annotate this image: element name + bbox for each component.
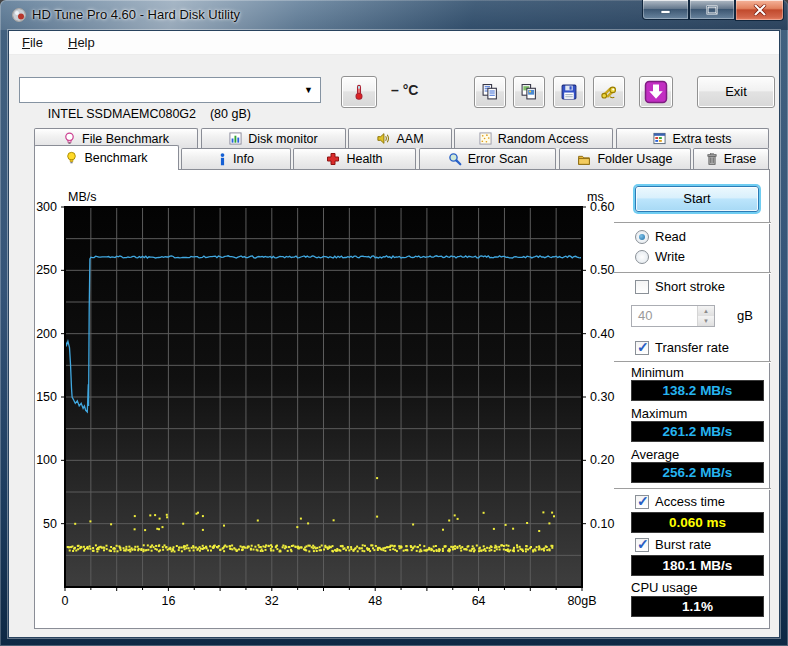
tab-health[interactable]: Health: [293, 148, 416, 169]
left-axis-tick: 100: [29, 453, 57, 468]
read-radio[interactable]: Read: [635, 229, 686, 244]
minimum-value: 138.2 MB/s: [631, 380, 764, 401]
short-stroke-label: Short stroke: [655, 279, 725, 294]
minimize-button[interactable]: [642, 0, 689, 20]
average-value: 256.2 MB/s: [631, 462, 764, 483]
tab-label: Folder Usage: [597, 152, 672, 166]
x-axis-tick: 32: [252, 594, 292, 609]
info-icon: [218, 153, 227, 166]
write-label: Write: [655, 249, 685, 264]
right-axis-tick: 0.20: [590, 453, 614, 468]
options-button[interactable]: [593, 76, 625, 108]
radio-circle-icon: [635, 230, 649, 244]
app-icon: [11, 7, 27, 23]
left-axis-tick: 300: [29, 200, 57, 215]
checkbox-icon: ✓: [635, 495, 649, 509]
spinner-up-icon[interactable]: ▲: [698, 306, 714, 316]
tab-aam[interactable]: AAM: [348, 128, 452, 148]
left-axis-tick: 250: [29, 263, 57, 278]
transfer-rate-label: Transfer rate: [655, 340, 729, 355]
checkbox-icon: ✓: [635, 538, 649, 552]
tab-random-access[interactable]: Random Access: [454, 128, 613, 148]
tab-disk-monitor[interactable]: Disk monitor: [201, 128, 346, 148]
separator: [614, 272, 771, 274]
tab-error-scan[interactable]: Error Scan: [419, 148, 556, 169]
burst-rate-value: 180.1 MB/s: [631, 555, 764, 576]
x-axis-tick: 16: [148, 594, 188, 609]
checkbox-icon: ✓: [635, 341, 649, 355]
erase-icon: [706, 152, 718, 166]
thermometer-icon: [351, 83, 367, 101]
spinner-arrows[interactable]: ▲▼: [697, 306, 714, 326]
folder-usage-icon: [577, 153, 591, 166]
options-icon: [601, 84, 618, 101]
close-button[interactable]: [735, 0, 784, 21]
save-button[interactable]: [553, 76, 585, 108]
copy-text-button[interactable]: [474, 76, 506, 108]
right-axis-tick: 0.60: [590, 200, 614, 215]
tab-label: File Benchmark: [82, 132, 169, 146]
tab-erase[interactable]: Erase: [693, 148, 769, 169]
menu-file[interactable]: File: [15, 31, 50, 55]
start-button[interactable]: Start: [635, 186, 759, 212]
temperature-value: – °C: [391, 82, 418, 98]
right-axis-tick: 0.30: [590, 390, 614, 405]
left-axis-tick: 150: [29, 390, 57, 405]
cpu-usage-label: CPU usage: [631, 580, 697, 595]
menu-bar: File Help: [9, 31, 779, 55]
burst-rate-checkbox[interactable]: ✓ Burst rate: [635, 537, 711, 552]
window-title: HD Tune Pro 4.60 - Hard Disk Utility: [32, 7, 240, 22]
tab-extra-tests[interactable]: Extra tests: [616, 128, 769, 148]
capture-button[interactable]: [639, 76, 673, 108]
tab-folder-usage[interactable]: Folder Usage: [559, 148, 691, 169]
copy-image-icon: [521, 84, 538, 101]
gb-unit-label: gB: [737, 308, 753, 323]
maximize-button[interactable]: [689, 0, 735, 20]
health-icon: [326, 152, 340, 166]
copy-text-icon: [482, 84, 499, 101]
drive-select[interactable]: INTEL SSDMAEMC080G2 (80 gB) ▼: [19, 77, 321, 103]
right-axis-tick: 0.10: [590, 517, 614, 532]
tab-label: Erase: [724, 152, 757, 166]
read-label: Read: [655, 229, 686, 244]
temperature-button[interactable]: [341, 76, 377, 108]
average-label: Average: [631, 447, 679, 462]
x-axis-tick: 0: [45, 594, 85, 609]
tab-label: Disk monitor: [248, 132, 317, 146]
tab-benchmark[interactable]: Benchmark: [34, 145, 179, 170]
menu-help[interactable]: Help: [61, 31, 102, 55]
left-axis-tick: 200: [29, 327, 57, 342]
disk-monitor-icon: [229, 132, 242, 145]
benchmark-icon: [65, 151, 78, 165]
drive-select-value: INTEL SSDMAEMC080G2 (80 gB): [48, 107, 251, 121]
short-stroke-size-input[interactable]: 40 ▲▼: [631, 305, 715, 327]
copy-image-button[interactable]: [513, 76, 545, 108]
access-time-checkbox[interactable]: ✓ Access time: [635, 494, 725, 509]
tab-label: Benchmark: [84, 151, 147, 165]
checkbox-icon: ✓: [635, 280, 649, 294]
access-time-value: 0.060 ms: [631, 512, 764, 533]
random-access-icon: [479, 132, 492, 145]
maximum-value: 261.2 MB/s: [631, 421, 764, 442]
separator: [614, 361, 771, 363]
short-stroke-checkbox[interactable]: ✓ Short stroke: [635, 279, 725, 294]
maximum-label: Maximum: [631, 406, 687, 421]
short-stroke-size-value: 40: [638, 308, 652, 323]
aam-icon: [376, 132, 390, 145]
error-scan-icon: [448, 152, 462, 166]
exit-button[interactable]: Exit: [697, 76, 775, 108]
benchmark-page: MB/sms501001502002503000.600.500.400.300…: [34, 169, 770, 629]
burst-rate-label: Burst rate: [655, 537, 711, 552]
tab-label: Random Access: [498, 132, 588, 146]
transfer-rate-checkbox[interactable]: ✓ Transfer rate: [635, 340, 729, 355]
extra-tests-icon: [653, 132, 666, 145]
tab-label: Error Scan: [468, 152, 528, 166]
left-axis-tick: 50: [29, 517, 57, 532]
spinner-down-icon[interactable]: ▼: [698, 316, 714, 326]
access-time-label: Access time: [655, 494, 725, 509]
cpu-usage-value: 1.1%: [631, 596, 764, 617]
separator: [614, 488, 771, 490]
tab-info[interactable]: Info: [181, 148, 291, 169]
write-radio[interactable]: Write: [635, 249, 685, 264]
minimum-label: Minimum: [631, 365, 684, 380]
